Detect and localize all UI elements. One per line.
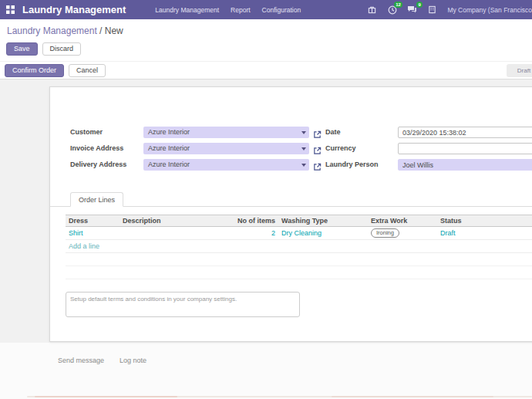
bottom-divider-accent bbox=[35, 396, 177, 397]
activities-clock-icon[interactable]: 12 bbox=[387, 5, 397, 15]
invoice-address-label: Invoice Address bbox=[70, 143, 123, 154]
delivery-address-dropdown[interactable]: Azure Interior bbox=[143, 159, 309, 171]
laundry-person-input[interactable] bbox=[398, 159, 532, 171]
apps-menu-icon[interactable] bbox=[0, 0, 20, 19]
date-input[interactable] bbox=[398, 127, 532, 138]
table-row[interactable]: Shirt 2 Dry Cleaning Ironing Draft bbox=[66, 227, 532, 240]
currency-input[interactable] bbox=[398, 143, 532, 154]
form-sheet: Customer Invoice Address Delivery Addres… bbox=[49, 86, 532, 342]
table-row-empty bbox=[66, 253, 532, 266]
breadcrumb-current: New bbox=[105, 25, 123, 36]
menu-laundry-management[interactable]: Laundry Management bbox=[155, 6, 219, 14]
customer-label: Customer bbox=[70, 127, 103, 138]
form-statusbar: Confirm Order Cancel Draft bbox=[0, 61, 532, 79]
message-count-badge: 9 bbox=[416, 2, 423, 8]
company-switcher[interactable]: My Company (San Francisco bbox=[447, 6, 532, 14]
delivery-address-external-link-icon[interactable] bbox=[313, 161, 322, 169]
laundry-person-label: Laundry Person bbox=[325, 159, 379, 171]
chatter-background bbox=[0, 343, 532, 399]
column-header-extra-work[interactable]: Extra Work bbox=[368, 217, 437, 225]
chevron-down-icon bbox=[301, 147, 306, 150]
extra-work-tag[interactable]: Ironing bbox=[371, 228, 399, 238]
invoice-address-dropdown[interactable]: Azure Interior bbox=[143, 143, 309, 154]
column-header-description[interactable]: Description bbox=[120, 217, 232, 225]
cell-status[interactable]: Draft bbox=[437, 229, 532, 237]
chevron-down-icon bbox=[301, 131, 306, 134]
breadcrumb-separator: / bbox=[99, 25, 105, 36]
menu-configuration[interactable]: Configuration bbox=[262, 6, 301, 14]
column-header-no-of-items[interactable]: No of items bbox=[232, 217, 278, 225]
gift-icon[interactable] bbox=[367, 5, 377, 15]
cell-no-of-items[interactable]: 2 bbox=[232, 229, 278, 237]
customer-dropdown[interactable]: Azure Interior bbox=[143, 127, 309, 138]
cell-dress[interactable]: Shirt bbox=[66, 229, 120, 237]
top-navbar: Laundry Management Laundry Management Re… bbox=[0, 0, 532, 19]
app-title: Laundry Management bbox=[22, 4, 126, 15]
activity-count-badge: 12 bbox=[394, 2, 403, 8]
discard-button[interactable]: Discard bbox=[42, 42, 82, 56]
invoice-address-value: Azure Interior bbox=[148, 144, 190, 152]
currency-label: Currency bbox=[325, 143, 356, 154]
column-header-washing-type[interactable]: Washing Type bbox=[278, 217, 368, 225]
column-header-dress[interactable]: Dress bbox=[66, 217, 120, 225]
tab-order-lines[interactable]: Order Lines bbox=[70, 192, 123, 207]
customer-external-link-icon[interactable] bbox=[313, 128, 322, 137]
navbar-systray: 12 9 My Company (San Francisco bbox=[359, 5, 532, 15]
save-button[interactable]: Save bbox=[6, 42, 38, 56]
control-panel-buttons: Save Discard bbox=[6, 42, 81, 56]
delivery-address-label: Delivery Address bbox=[70, 159, 126, 171]
add-a-line-row: Add a line bbox=[66, 240, 532, 253]
log-note-button[interactable]: Log note bbox=[120, 357, 146, 364]
table-header-row: Dress Description No of items Washing Ty… bbox=[66, 215, 532, 227]
chevron-down-icon bbox=[301, 164, 306, 167]
cell-extra-work: Ironing bbox=[368, 228, 437, 238]
confirm-order-button[interactable]: Confirm Order bbox=[5, 64, 64, 77]
status-badge-draft[interactable]: Draft bbox=[507, 64, 532, 77]
notebook-tabbar: Order Lines bbox=[50, 192, 532, 207]
customer-value: Azure Interior bbox=[148, 128, 190, 136]
company-building-icon[interactable] bbox=[427, 5, 437, 15]
column-header-status[interactable]: Status bbox=[437, 217, 532, 225]
send-message-button[interactable]: Send message bbox=[58, 357, 104, 364]
messages-icon[interactable]: 9 bbox=[407, 5, 417, 15]
invoice-address-external-link-icon[interactable] bbox=[313, 144, 322, 153]
terms-and-conditions-textarea[interactable] bbox=[66, 292, 300, 317]
cancel-button[interactable]: Cancel bbox=[69, 64, 106, 77]
navbar-menus: Laundry Management Report Configuration bbox=[155, 6, 301, 14]
bottom-divider-accent bbox=[332, 396, 493, 397]
cell-washing-type[interactable]: Dry Cleaning bbox=[278, 229, 368, 237]
delivery-address-value: Azure Interior bbox=[148, 161, 190, 168]
order-lines-table: Dress Description No of items Washing Ty… bbox=[66, 215, 532, 279]
date-label: Date bbox=[325, 127, 341, 138]
add-a-line-link[interactable]: Add a line bbox=[66, 242, 103, 250]
breadcrumb: Laundry Management / New bbox=[7, 25, 123, 36]
chatter-actions: Send message Log note bbox=[58, 357, 146, 364]
laundry-management-window: Laundry Management Laundry Management Re… bbox=[0, 0, 532, 399]
table-row-empty bbox=[66, 266, 532, 279]
breadcrumb-parent[interactable]: Laundry Management bbox=[7, 25, 97, 36]
menu-report[interactable]: Report bbox=[231, 6, 251, 14]
statusbar-buttons: Confirm Order Cancel bbox=[5, 64, 106, 77]
